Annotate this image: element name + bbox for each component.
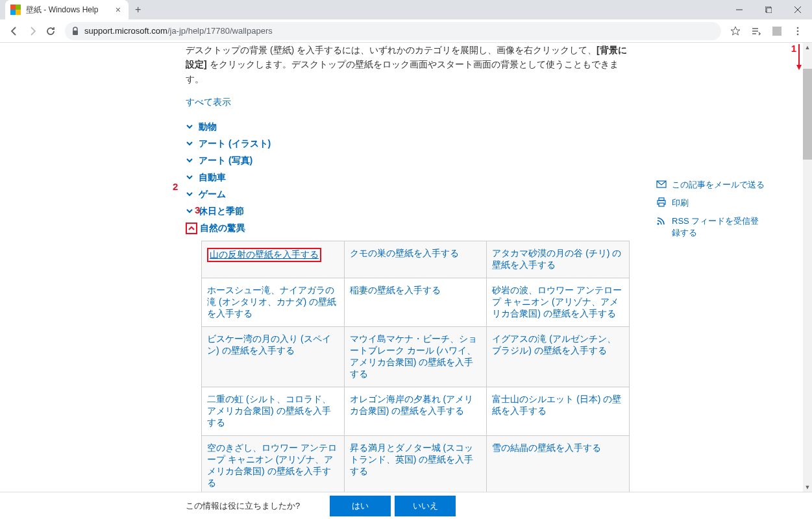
window-close-button[interactable]	[783, 0, 812, 19]
table-row: 二重の虹 (シルト、コロラド、アメリカ合衆国) の壁紙を入手するオレゴン海岸の夕…	[202, 387, 630, 436]
chevron-up-icon[interactable]	[186, 223, 197, 234]
table-cell: 砂岩の波、ロウワー アンテロープ キャニオン (アリゾナ、アメリカ合衆国) の壁…	[487, 278, 630, 327]
category-item[interactable]: ゲーム	[186, 186, 634, 203]
wallpaper-link[interactable]: マウイ島マケナ・ビーチ、ショートブレーク カール (ハワイ、アメリカ合衆国) の…	[350, 333, 477, 379]
star-icon[interactable]	[726, 22, 744, 40]
wallpaper-link[interactable]: ビスケー湾の月の入り (スペイン) の壁紙を入手する	[207, 333, 331, 356]
browser-titlebar: 壁紙 - Windows Help × +	[0, 0, 812, 19]
svg-rect-9	[772, 27, 781, 36]
table-row: 山の反射の壁紙を入手するクモの巣の壁紙を入手するアタカマ砂漠の月の谷 (チリ) …	[202, 241, 630, 278]
category-item[interactable]: アート (イラスト)	[186, 136, 634, 152]
category-label[interactable]: アート (イラスト)	[199, 138, 271, 150]
page-viewport: デスクトップの背景 (壁紙) を入手するには、いずれかのカテゴリを展開し、画像を…	[0, 43, 803, 492]
favicon-microsoft	[10, 5, 21, 15]
svg-point-10	[797, 27, 799, 29]
table-cell: マウイ島マケナ・ビーチ、ショートブレーク カール (ハワイ、アメリカ合衆国) の…	[344, 327, 487, 387]
category-list: 動物アート (イラスト)アート (写真)自動車ゲーム休日と季節自然の驚異	[186, 119, 634, 237]
chevron-down-icon[interactable]	[186, 139, 195, 149]
table-cell: 山の反射の壁紙を入手する	[202, 241, 345, 278]
url-field[interactable]: support.microsoft.com/ja-jp/help/17780/w…	[65, 22, 721, 40]
scroll-thumb[interactable]	[803, 69, 812, 160]
intro-text: デスクトップの背景 (壁紙) を入手するには、いずれかのカテゴリを展開し、画像を…	[186, 43, 634, 86]
scroll-down-icon[interactable]: ▼	[803, 483, 812, 492]
side-actions: この記事をメールで送る 印刷 RSS フィードを受信登録する	[656, 179, 767, 245]
table-cell: オレゴン海岸の夕暮れ (アメリカ合衆国) の壁紙を入手する	[344, 387, 487, 436]
address-bar: support.microsoft.com/ja-jp/help/17780/w…	[0, 19, 812, 43]
feedback-bar: この情報は役に立ちましたか? はい いいえ	[0, 492, 812, 519]
wallpaper-link[interactable]: 砂岩の波、ロウワー アンテロープ キャニオン (アリゾナ、アメリカ合衆国) の壁…	[492, 285, 622, 319]
table-row: 空のきざし、ロウワー アンテロープ キャニオン (アリゾナ、アメリカ合衆国) の…	[202, 436, 630, 492]
svg-point-12	[797, 33, 799, 35]
svg-point-11	[797, 30, 799, 32]
svg-point-17	[658, 223, 659, 225]
wallpaper-link[interactable]: 二重の虹 (シルト、コロラド、アメリカ合衆国) の壁紙を入手する	[207, 394, 331, 428]
table-cell: 昇る満月とダノター城 (スコットランド、英国) の壁紙を入手する	[344, 436, 487, 492]
browser-tab[interactable]: 壁紙 - Windows Help ×	[5, 0, 129, 19]
wallpaper-link[interactable]: 空のきざし、ロウワー アンテロープ キャニオン (アリゾナ、アメリカ合衆国) の…	[207, 442, 337, 488]
feedback-yes-button[interactable]: はい	[330, 496, 391, 516]
category-label[interactable]: 自動車	[199, 172, 226, 184]
chevron-down-icon[interactable]	[186, 190, 195, 199]
category-label[interactable]: ゲーム	[199, 189, 226, 200]
table-cell: 空のきざし、ロウワー アンテロープ キャニオン (アリゾナ、アメリカ合衆国) の…	[202, 436, 345, 492]
chevron-down-icon[interactable]	[186, 156, 195, 165]
profile-icon[interactable]	[768, 22, 786, 40]
category-label[interactable]: アート (写真)	[199, 155, 252, 167]
annotation-arrow-icon	[796, 44, 802, 70]
forward-button[interactable]	[23, 22, 42, 40]
print-link[interactable]: 印刷	[656, 197, 767, 209]
feedback-no-button[interactable]: いいえ	[395, 496, 456, 516]
back-button[interactable]	[5, 22, 23, 40]
category-item[interactable]: 自然の驚異	[186, 220, 634, 237]
show-all-link[interactable]: すべて表示	[186, 97, 634, 108]
wallpaper-link[interactable]: 昇る満月とダノター城 (スコットランド、英国) の壁紙を入手する	[350, 442, 474, 476]
table-row: ビスケー湾の月の入り (スペイン) の壁紙を入手するマウイ島マケナ・ビーチ、ショ…	[202, 327, 630, 387]
email-article-link[interactable]: この記事をメールで送る	[656, 179, 767, 191]
tab-title: 壁紙 - Windows Help	[26, 5, 113, 16]
reload-button[interactable]	[42, 22, 60, 40]
wallpaper-link[interactable]: 雪の結晶の壁紙を入手する	[492, 442, 601, 453]
menu-icon[interactable]	[789, 22, 807, 40]
wallpaper-link[interactable]: 富士山のシルエット (日本) の壁紙を入手する	[492, 394, 621, 416]
rss-link[interactable]: RSS フィードを受信登録する	[656, 215, 767, 239]
wallpaper-link[interactable]: クモの巣の壁紙を入手する	[350, 248, 459, 258]
category-label[interactable]: 動物	[199, 121, 217, 133]
category-item[interactable]: 休日と季節	[186, 203, 634, 220]
table-cell: ビスケー湾の月の入り (スペイン) の壁紙を入手する	[202, 327, 345, 387]
window-minimize-button[interactable]	[724, 0, 754, 19]
wallpaper-table: 山の反射の壁紙を入手するクモの巣の壁紙を入手するアタカマ砂漠の月の谷 (チリ) …	[201, 241, 630, 492]
table-cell: 二重の虹 (シルト、コロラド、アメリカ合衆国) の壁紙を入手する	[202, 387, 345, 436]
wallpaper-link[interactable]: オレゴン海岸の夕暮れ (アメリカ合衆国) の壁紙を入手する	[350, 394, 474, 416]
reading-list-icon[interactable]	[747, 22, 765, 40]
rss-icon	[656, 215, 667, 226]
chevron-down-icon[interactable]	[186, 123, 195, 132]
wallpaper-link[interactable]: 山の反射の壁紙を入手する	[207, 248, 321, 262]
wallpaper-link[interactable]: 稲妻の壁紙を入手する	[350, 285, 441, 295]
vertical-scrollbar[interactable]: ▲ ▼	[803, 43, 812, 492]
table-cell: 富士山のシルエット (日本) の壁紙を入手する	[487, 387, 630, 436]
category-label[interactable]: 自然の驚異	[200, 223, 245, 234]
table-cell: ホースシュー滝、ナイアガラの滝 (オンタリオ、カナダ) の壁紙を入手する	[202, 278, 345, 327]
wallpaper-link[interactable]: アタカマ砂漠の月の谷 (チリ) の壁紙を入手する	[492, 248, 621, 270]
category-item[interactable]: 自動車	[186, 169, 634, 186]
category-item[interactable]: 動物	[186, 119, 634, 136]
chevron-down-icon[interactable]	[186, 207, 195, 216]
table-row: ホースシュー滝、ナイアガラの滝 (オンタリオ、カナダ) の壁紙を入手する稲妻の壁…	[202, 278, 630, 327]
table-cell: イグアスの滝 (アルゼンチン、ブラジル) の壁紙を入手する	[487, 327, 630, 387]
category-label[interactable]: 休日と季節	[199, 206, 244, 217]
table-cell: 稲妻の壁紙を入手する	[344, 278, 487, 327]
window-maximize-button[interactable]	[754, 0, 783, 19]
new-tab-button[interactable]: +	[129, 4, 147, 16]
wallpaper-link[interactable]: イグアスの滝 (アルゼンチン、ブラジル) の壁紙を入手する	[492, 333, 616, 356]
wallpaper-link[interactable]: ホースシュー滝、ナイアガラの滝 (オンタリオ、カナダ) の壁紙を入手する	[207, 285, 336, 319]
scroll-up-icon[interactable]: ▲	[803, 43, 812, 52]
url-text: support.microsoft.com/ja-jp/help/17780/w…	[84, 26, 273, 36]
print-icon	[656, 197, 667, 208]
tab-close-icon[interactable]: ×	[113, 5, 123, 15]
category-item[interactable]: アート (写真)	[186, 152, 634, 169]
svg-rect-14	[659, 198, 664, 200]
mail-icon	[656, 179, 667, 189]
table-cell: 雪の結晶の壁紙を入手する	[487, 436, 630, 492]
chevron-down-icon[interactable]	[186, 173, 195, 182]
svg-rect-2	[767, 8, 772, 13]
